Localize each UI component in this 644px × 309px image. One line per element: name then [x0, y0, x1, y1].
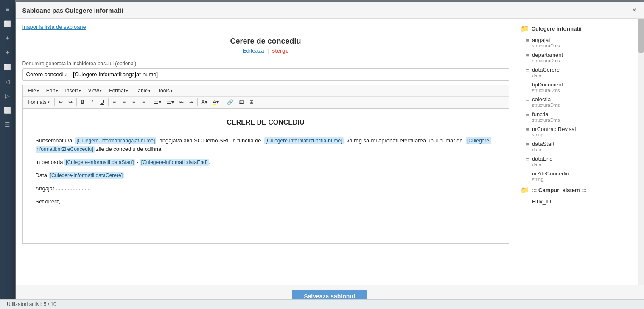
sidebar-item-datacerere[interactable]: ≡ dataCerere date: [516, 65, 644, 80]
editor-paragraph-3: Data [Culegere-informatii:dataCerere]: [36, 171, 496, 180]
editor-paragraph-4: Angajat .......................: [36, 184, 496, 193]
item-type-angajat: structuraDms: [532, 43, 560, 48]
nav-icon-9[interactable]: ☰: [2, 119, 14, 131]
table-button[interactable]: ⊞: [247, 98, 256, 106]
name-field[interactable]: [22, 68, 509, 81]
bullet-list-button[interactable]: ☰▾: [151, 98, 164, 106]
image-button[interactable]: 🖼: [236, 98, 246, 106]
sidebar-scroll: 📁 Culegere informatii ≡ angajat structur…: [516, 19, 644, 285]
edit-menu[interactable]: Edit ▾: [43, 86, 62, 95]
item-text-datacerere: dataCerere date: [532, 67, 560, 78]
toolbar-separator-4: [150, 98, 150, 106]
nav-icon-8[interactable]: ⬜: [2, 104, 14, 116]
nav-icon-7[interactable]: ▷: [2, 90, 14, 102]
item-text-colectia: colectia structuraDms: [532, 96, 560, 108]
nav-icon-3[interactable]: ✦: [2, 32, 14, 44]
item-type-nrzileconcediu: string: [532, 177, 569, 182]
item-text-angajat: angajat structuraDms: [532, 37, 560, 48]
indent-button[interactable]: ⇥: [187, 98, 196, 106]
underline-button[interactable]: U: [98, 98, 107, 106]
item-doc-icon-10: ≡: [526, 171, 530, 177]
right-sidebar: 📁 Culegere informatii ≡ angajat structur…: [516, 19, 644, 285]
toolbar-separator-5: [197, 98, 198, 106]
tag-angajat-nume: [Culegere-informatii:angajat-nume]: [75, 137, 156, 144]
bold-button[interactable]: B: [78, 98, 87, 106]
item-name-datacerere: dataCerere: [532, 67, 560, 73]
sidebar-scrollbar[interactable]: [638, 19, 644, 285]
folder-icon-2: 📁: [521, 186, 529, 194]
item-name-departament: departament: [532, 52, 563, 58]
sidebar-item-colectia[interactable]: ≡ colectia structuraDms: [516, 95, 644, 109]
tools-menu[interactable]: Tools ▾: [154, 86, 176, 95]
nav-icon-5[interactable]: ⬜: [2, 61, 14, 73]
file-menu[interactable]: File ▾: [25, 86, 42, 95]
align-center-button[interactable]: ≡: [120, 98, 129, 106]
item-doc-icon-4: ≡: [526, 82, 530, 88]
toolbar-separator-1: [54, 98, 55, 106]
item-type-datastart: date: [532, 147, 554, 152]
toolbar-row-formatting: Formats ▾ ↩ ↪ B I U ≡ ≡ ≡ ≡: [23, 97, 509, 108]
item-type-tipdocument: structuraDms: [532, 88, 563, 93]
nav-icon-4[interactable]: ✦: [2, 47, 14, 58]
outdent-button[interactable]: ⇤: [177, 98, 186, 106]
undo-button[interactable]: ↩: [56, 98, 65, 106]
doc-actions: Editeaza | sterge: [22, 47, 509, 54]
sidebar-item-datastart[interactable]: ≡ dataStart date: [516, 139, 644, 154]
item-doc-icon-7: ≡: [526, 126, 530, 133]
insert-menu[interactable]: Insert ▾: [62, 86, 84, 95]
editor-content[interactable]: CERERE DE CONCEDIU Subsemnatul/a, [Culeg…: [22, 108, 509, 244]
tag-datastart: [Culegere-informatii:dataStart]: [64, 159, 135, 166]
item-doc-icon-8: ≡: [526, 141, 530, 148]
sidebar-section-2-header: 📁 ::: Campuri sistem :::: [516, 184, 644, 197]
align-right-button[interactable]: ≡: [129, 98, 139, 106]
view-menu[interactable]: View ▾: [85, 86, 106, 95]
nav-icon-1[interactable]: ≡: [2, 3, 14, 15]
sidebar-scroll-thumb: [638, 19, 644, 53]
item-doc-icon-11: ≡: [526, 199, 530, 205]
font-color-button[interactable]: A▾: [199, 98, 210, 106]
bg-color-button[interactable]: A▾: [210, 98, 221, 106]
back-link[interactable]: Inapoi la lista de sabloane: [22, 24, 509, 30]
formats-dropdown[interactable]: Formats ▾: [25, 98, 53, 106]
toolbar-row-menus: File ▾ Edit ▾ Insert ▾ View ▾ Format ▾ T…: [23, 85, 509, 97]
nav-icon-2[interactable]: ⬜: [2, 18, 14, 30]
item-name-colectia: colectia: [532, 96, 560, 103]
align-justify-button[interactable]: ≡: [139, 98, 148, 106]
sidebar-item-nrzileconcediu[interactable]: ≡ nrZileConcediu string: [516, 169, 644, 184]
italic-button[interactable]: I: [88, 98, 97, 106]
item-type-departament: structuraDms: [532, 58, 563, 63]
num-list-button[interactable]: ☰▾: [164, 98, 176, 106]
modal-title: Sabloane pas Culegere informatii: [22, 7, 123, 14]
status-text: Utilizatori activi: 5 / 10: [7, 301, 56, 307]
redo-button[interactable]: ↪: [66, 98, 75, 106]
tag-datacerere: [Culegere-informatii:dataCerere]: [49, 172, 124, 179]
editor-heading: CERERE DE CONCEDIU: [36, 117, 496, 128]
item-doc-icon-3: ≡: [526, 67, 530, 73]
sidebar-item-tipdocument[interactable]: ≡ tipDocument structuraDms: [516, 80, 644, 95]
editor-area: Inapoi la lista de sabloane Cerere de co…: [16, 19, 516, 285]
item-name-nrcontractrevisal: nrContractRevisal: [532, 126, 576, 132]
link-button[interactable]: 🔗: [224, 98, 236, 106]
sidebar-item-nrcontractrevisal[interactable]: ≡ nrContractRevisal string: [516, 124, 644, 139]
modal-close-button[interactable]: ×: [632, 6, 637, 14]
item-name-dataend: dataEnd: [532, 156, 552, 162]
item-type-nrcontractrevisal: string: [532, 132, 576, 137]
editor-toolbar: File ▾ Edit ▾ Insert ▾ View ▾ Format ▾ T…: [22, 85, 509, 108]
item-doc-icon-5: ≡: [526, 97, 530, 103]
item-doc-icon-1: ≡: [526, 37, 530, 44]
item-name-nrzileconcediu: nrZileConcediu: [532, 170, 569, 177]
sidebar-item-dataend[interactable]: ≡ dataEnd date: [516, 154, 644, 169]
sidebar-section-1-header: 📁 Culegere informatii: [516, 22, 644, 35]
sidebar-item-functia[interactable]: ≡ functia structuraDms: [516, 109, 644, 124]
align-left-button[interactable]: ≡: [110, 98, 119, 106]
table-menu[interactable]: Table ▾: [132, 86, 154, 95]
sidebar-item-departament[interactable]: ≡ departament structuraDms: [516, 50, 644, 65]
delete-link[interactable]: sterge: [272, 47, 288, 54]
sidebar-item-angajat[interactable]: ≡ angajat structuraDms: [516, 35, 644, 50]
format-menu[interactable]: Format ▾: [106, 86, 132, 95]
sidebar-item-fluxid[interactable]: ≡ Flux_ID: [516, 197, 644, 207]
tag-dataend: [Culegere-informatii:dataEnd]: [140, 159, 209, 166]
edit-link[interactable]: Editeaza: [243, 47, 264, 54]
nav-icon-6[interactable]: ◁: [2, 75, 14, 87]
editor-paragraph-5: Sef direct,: [36, 198, 496, 206]
